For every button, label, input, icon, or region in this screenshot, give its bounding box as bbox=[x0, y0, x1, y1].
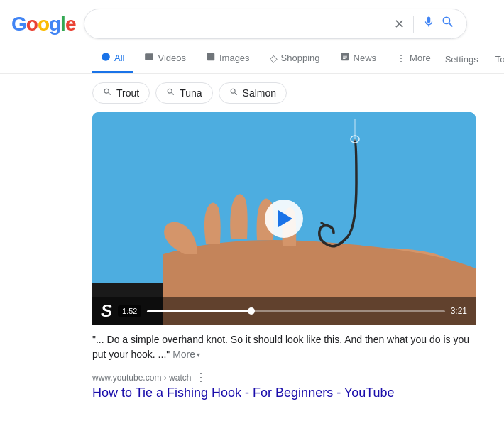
search-bar[interactable]: how to tie on a fishing hook ✕ bbox=[84, 9, 467, 39]
tab-all-label: All bbox=[114, 53, 124, 63]
settings-link[interactable]: Settings bbox=[442, 47, 481, 72]
svg-rect-2 bbox=[207, 53, 215, 61]
more-dots-icon: ⋮ bbox=[396, 53, 406, 64]
shopping-icon: ◇ bbox=[270, 53, 278, 64]
news-icon bbox=[340, 52, 350, 64]
nav-tabs: All Videos Images ◇ Shopping News ⋮ More… bbox=[0, 45, 504, 74]
svg-point-0 bbox=[102, 53, 110, 61]
video-description: "... Do a simple overhand knot. So it sh… bbox=[92, 325, 476, 366]
suggestion-trout[interactable]: Trout bbox=[92, 82, 150, 104]
images-icon bbox=[206, 52, 216, 64]
progress-track[interactable] bbox=[147, 310, 444, 312]
search-divider bbox=[413, 16, 414, 33]
suggestion-salmon-label: Salmon bbox=[243, 87, 276, 99]
nav-settings: Settings Tools bbox=[442, 47, 504, 72]
result-title[interactable]: How to Tie a Fishing Hook - For Beginner… bbox=[92, 386, 395, 400]
video-duration: 3:21 bbox=[451, 306, 467, 316]
tab-more-label: More bbox=[410, 53, 431, 63]
more-label: More bbox=[172, 347, 195, 362]
more-link[interactable]: More ▾ bbox=[172, 347, 200, 362]
tab-all[interactable]: All bbox=[92, 45, 133, 73]
tab-news-label: News bbox=[354, 53, 377, 63]
progress-container: 1:52 3:21 bbox=[118, 305, 467, 317]
logo-o1: o bbox=[26, 13, 38, 36]
microphone-icon[interactable] bbox=[422, 16, 435, 32]
main-content: S 1:52 3:21 "... Do a simple overhand kn… bbox=[0, 112, 504, 402]
tab-images[interactable]: Images bbox=[197, 45, 258, 73]
tab-shopping[interactable]: ◇ Shopping bbox=[261, 45, 329, 73]
clear-icon[interactable]: ✕ bbox=[394, 16, 405, 32]
result-url: www.youtube.com › watch ⋮ bbox=[92, 371, 476, 384]
header: Google how to tie on a fishing hook ✕ bbox=[0, 0, 504, 45]
video-progress-bar[interactable]: S 1:52 3:21 bbox=[92, 297, 476, 325]
search-chip-icon-2 bbox=[166, 87, 175, 99]
channel-logo: S bbox=[101, 301, 112, 321]
tab-images-label: Images bbox=[219, 53, 250, 63]
google-logo[interactable]: Google bbox=[11, 13, 75, 36]
all-icon bbox=[101, 52, 111, 64]
search-submit-icon[interactable] bbox=[441, 15, 455, 33]
tab-more[interactable]: ⋮ More bbox=[388, 45, 439, 73]
suggestion-trout-label: Trout bbox=[116, 87, 139, 99]
search-chip-icon-3 bbox=[229, 87, 239, 99]
suggestion-tuna-label: Tuna bbox=[180, 87, 202, 99]
logo-l: l bbox=[60, 13, 65, 36]
logo-g: G bbox=[11, 13, 26, 36]
play-button[interactable] bbox=[265, 200, 303, 238]
tab-videos-label: Videos bbox=[158, 53, 186, 63]
video-result-card: S 1:52 3:21 "... Do a simple overhand kn… bbox=[92, 112, 476, 402]
description-text: "... Do a simple overhand knot. So it sh… bbox=[92, 334, 469, 360]
videos-icon bbox=[144, 52, 154, 64]
suggestion-salmon[interactable]: Salmon bbox=[219, 82, 287, 104]
tools-link[interactable]: Tools bbox=[493, 47, 504, 72]
suggestions-row: Trout Tuna Salmon bbox=[0, 74, 504, 112]
logo-o2: o bbox=[38, 13, 49, 36]
svg-rect-1 bbox=[146, 53, 154, 60]
suggestion-tuna[interactable]: Tuna bbox=[155, 82, 212, 104]
logo-g2: g bbox=[49, 13, 60, 36]
url-breadcrumb: www.youtube.com › watch bbox=[92, 373, 191, 383]
search-chip-icon bbox=[103, 87, 112, 99]
video-thumbnail[interactable]: S 1:52 3:21 bbox=[92, 112, 476, 325]
progress-dot bbox=[248, 307, 255, 315]
tab-videos[interactable]: Videos bbox=[136, 45, 195, 73]
search-input[interactable]: how to tie on a fishing hook bbox=[96, 18, 388, 31]
logo-e: e bbox=[65, 13, 76, 36]
progress-fill bbox=[147, 310, 251, 312]
tab-shopping-label: Shopping bbox=[281, 53, 320, 63]
current-time: 1:52 bbox=[118, 305, 141, 317]
chevron-down-icon: ▾ bbox=[197, 349, 200, 360]
tab-news[interactable]: News bbox=[332, 45, 385, 73]
result-options-icon[interactable]: ⋮ bbox=[195, 371, 207, 384]
